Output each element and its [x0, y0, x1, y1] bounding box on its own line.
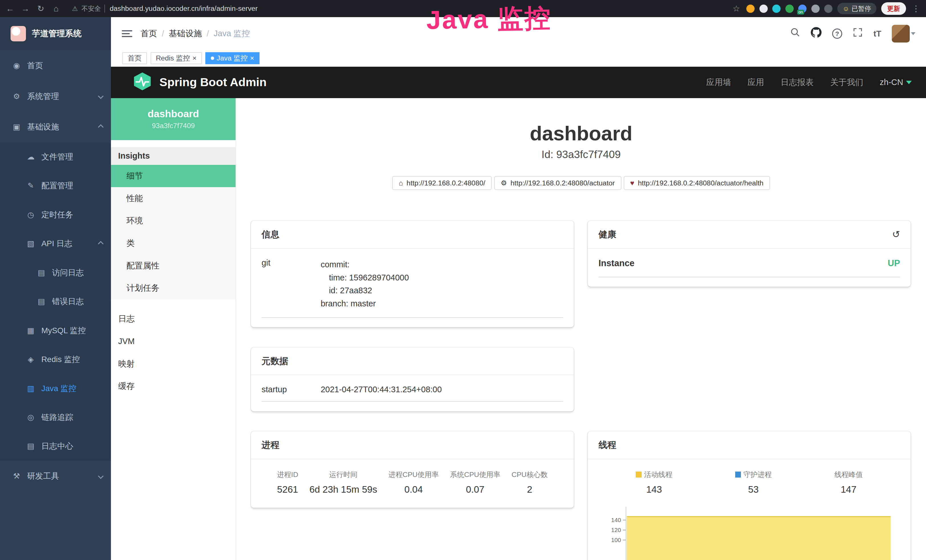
font-size-icon[interactable]: tT: [873, 29, 881, 38]
url-text: dashboard.yudao.iocoder.cn/infra/admin-s…: [104, 5, 258, 12]
sba-item-caches[interactable]: 缓存: [111, 375, 236, 398]
health-instance-label[interactable]: Instance: [599, 258, 634, 268]
sidebar-item-log-center[interactable]: ▤ 日志中心: [0, 432, 111, 461]
infrastructure-icon: ▣: [12, 123, 21, 132]
sba-item-environment[interactable]: 环境: [111, 210, 236, 232]
sba-main: dashboard Id: 93a3fc7f7409 ⌂ http://192.…: [236, 98, 926, 560]
extension-icon[interactable]: [746, 5, 755, 13]
on-badge: on: [797, 10, 804, 15]
home-icon[interactable]: ⌂: [51, 4, 61, 14]
breadcrumb-infra[interactable]: 基础设施: [169, 28, 202, 39]
sidebar-item-file-manage[interactable]: ☁ 文件管理: [0, 142, 111, 171]
extension-icon[interactable]: [772, 5, 781, 13]
extension-icon[interactable]: [760, 5, 768, 13]
health-url-button[interactable]: ♥ http://192.168.0.2:48080/actuator/heal…: [624, 176, 770, 190]
sidebar-item-system[interactable]: ⚙ 系统管理: [0, 81, 111, 112]
app-logo[interactable]: 芋道管理系统: [0, 17, 111, 50]
address-bar[interactable]: ⚠ 不安全 dashboard.yudao.iocoder.cn/infra/a…: [66, 3, 397, 14]
threads-card: 线程 活动线程 143 守护进程 53: [588, 431, 911, 560]
history-icon[interactable]: ↺: [892, 229, 900, 240]
java-monitor-icon: ▥: [26, 384, 35, 393]
language-label: zh-CN: [880, 77, 903, 87]
sidebar-item-home[interactable]: ◉ 首页: [0, 50, 111, 81]
metadata-value: 2021-04-27T00:44:31.254+08:00: [321, 385, 442, 394]
sidebar-item-config-manage[interactable]: ✎ 配置管理: [0, 171, 111, 200]
sba-nav-applications[interactable]: 应用: [747, 77, 764, 88]
sba-brand[interactable]: Spring Boot Admin: [159, 76, 267, 89]
health-card: 健康 ↺ Instance UP: [588, 221, 911, 287]
sba-nav-journal[interactable]: 日志报表: [781, 77, 814, 88]
sidebar-item-redis-monitor[interactable]: ◈ Redis 监控: [0, 345, 111, 374]
sba-nav-about[interactable]: 关于我们: [830, 77, 863, 88]
card-title: 线程: [599, 439, 616, 451]
bookmark-star-icon[interactable]: ☆: [731, 4, 741, 14]
extension-icon[interactable]: [824, 5, 832, 13]
search-icon[interactable]: [790, 27, 800, 40]
paused-badge[interactable]: ☺ 已暂停: [837, 3, 876, 14]
sidebar-item-label: 定时任务: [41, 209, 73, 220]
chevron-down-icon: [98, 473, 103, 479]
annotation-java-monitor: Java 监控: [426, 4, 552, 35]
sidebar-item-label: 日志中心: [41, 441, 73, 452]
home-icon: ⌂: [399, 179, 403, 187]
service-url-button[interactable]: ⌂ http://192.168.0.2:48080/: [392, 176, 492, 190]
extension-icon[interactable]: on: [798, 5, 806, 13]
close-icon[interactable]: ×: [192, 54, 197, 62]
logo-avatar: [11, 26, 26, 41]
tab-home[interactable]: 首页: [123, 52, 147, 64]
sba-sidebar: dashboard 93a3fc7f7409 Insights 细节 性能 环境…: [111, 98, 236, 560]
browser-menu-icon[interactable]: ⋮: [911, 4, 921, 14]
tab-java-monitor[interactable]: Java 监控 ×: [205, 52, 260, 64]
screen: ← → ↻ ⌂ ⚠ 不安全 dashboard.yudao.iocoder.cn…: [0, 0, 926, 560]
forward-icon[interactable]: →: [20, 4, 30, 14]
process-metric: 系统CPU使用率 0.07: [450, 470, 501, 495]
cloud-icon: ☁: [26, 152, 35, 162]
help-icon[interactable]: ?: [832, 29, 842, 38]
sidebar-item-label: MySQL 监控: [41, 325, 86, 336]
page-title: dashboard: [236, 122, 926, 145]
sba-nav-wallboard[interactable]: 应用墙: [706, 77, 731, 88]
sba-item-logs[interactable]: 日志: [111, 308, 236, 330]
back-icon[interactable]: ←: [5, 4, 15, 14]
sidebar-item-infra[interactable]: ▣ 基础设施: [0, 112, 111, 142]
sba-item-scheduled-tasks[interactable]: 计划任务: [111, 277, 236, 300]
sba-item-details[interactable]: 细节: [111, 165, 236, 188]
sidebar-item-dev-tools[interactable]: ⚒ 研发工具: [0, 461, 111, 492]
breadcrumb-current: Java 监控: [213, 28, 250, 39]
card-title: 进程: [262, 439, 279, 451]
browser-update-button[interactable]: 更新: [881, 2, 906, 15]
sba-item-jvm[interactable]: JVM: [111, 330, 236, 353]
collapse-sidebar-button[interactable]: [122, 30, 132, 37]
sba-item-classes[interactable]: 类: [111, 232, 236, 255]
extension-icon[interactable]: [811, 5, 820, 13]
sidebar-item-mysql-monitor[interactable]: ▦ MySQL 监控: [0, 316, 111, 345]
sidebar-item-api-logs[interactable]: ▧ API 日志: [0, 229, 111, 258]
sidebar-item-java-monitor[interactable]: ▥ Java 监控: [0, 374, 111, 403]
close-icon[interactable]: ×: [250, 54, 254, 62]
breadcrumb-home[interactable]: 首页: [141, 28, 157, 39]
tags-view: 首页 Redis 监控 × Java 监控 ×: [111, 50, 926, 67]
github-icon[interactable]: [811, 27, 822, 40]
fullscreen-icon[interactable]: [853, 27, 863, 40]
tab-redis-monitor[interactable]: Redis 监控 ×: [151, 52, 202, 64]
actuator-url-button[interactable]: ⚙ http://192.168.0.2:48080/actuator: [494, 176, 622, 190]
live-threads-area: [627, 516, 891, 560]
sidebar-item-tracing[interactable]: ◎ 链路追踪: [0, 403, 111, 431]
active-dot: [211, 56, 214, 60]
sba-instance-header[interactable]: dashboard 93a3fc7f7409: [111, 98, 236, 140]
edit-icon: ✎: [26, 181, 35, 190]
sidebar-item-label: 系统管理: [27, 91, 59, 102]
user-menu[interactable]: [892, 25, 915, 42]
extension-icon[interactable]: [785, 5, 794, 13]
reload-icon[interactable]: ↻: [35, 4, 46, 14]
sba-logo-icon[interactable]: [132, 71, 152, 94]
sidebar-item-error-logs[interactable]: ▤ 错误日志: [0, 287, 111, 316]
sidebar-item-scheduled-jobs[interactable]: ◷ 定时任务: [0, 200, 111, 229]
sba-item-config-props[interactable]: 配置属性: [111, 254, 236, 277]
instance-id-line: Id: 93a3fc7f7409: [236, 148, 926, 160]
sidebar-item-access-logs[interactable]: ▤ 访问日志: [0, 258, 111, 287]
sba-item-metrics[interactable]: 性能: [111, 187, 236, 210]
trace-icon: ◎: [26, 413, 35, 422]
sba-item-mappings[interactable]: 映射: [111, 353, 236, 375]
language-select[interactable]: zh-CN: [880, 77, 912, 87]
